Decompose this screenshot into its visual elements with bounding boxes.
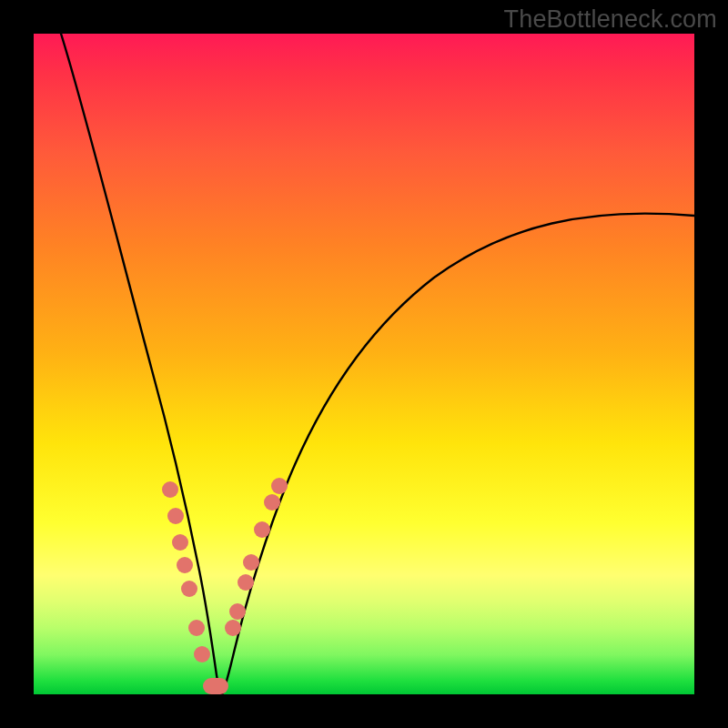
dot-right — [264, 494, 280, 511]
dot-left — [177, 557, 193, 573]
watermark-text: TheBottleneck.com — [503, 5, 717, 34]
dot-left — [167, 508, 184, 524]
dot-left — [181, 581, 197, 597]
dot-right — [271, 478, 288, 494]
dot-right — [229, 603, 246, 620]
dot-right — [254, 521, 270, 538]
trough-blob — [203, 678, 228, 694]
right-branch-curve — [222, 214, 694, 694]
chart-frame: TheBottleneck.com — [0, 0, 728, 728]
dot-left — [162, 481, 178, 498]
dot-right — [225, 620, 241, 636]
dot-left — [188, 620, 205, 636]
dot-left — [194, 646, 210, 662]
dot-left — [172, 534, 188, 551]
dot-right — [243, 554, 259, 571]
left-branch-curve — [61, 34, 222, 694]
curves-svg — [34, 34, 694, 694]
plot-area — [34, 34, 694, 694]
dot-right — [238, 574, 254, 591]
